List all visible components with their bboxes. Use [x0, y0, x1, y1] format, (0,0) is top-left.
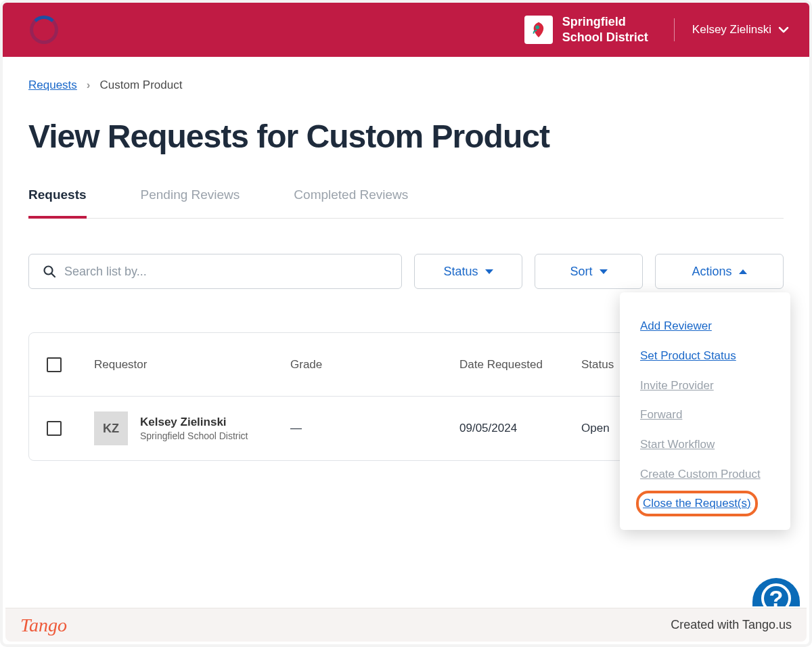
sort-button[interactable]: Sort — [535, 254, 643, 289]
action-start-workflow: Start Workflow — [620, 430, 790, 460]
select-all-checkbox[interactable] — [47, 357, 62, 372]
caret-down-icon — [485, 269, 493, 274]
list-controls: Status Sort Actions — [28, 254, 784, 289]
annotation-highlight: Close the Request(s) — [636, 491, 758, 516]
action-forward: Forward — [620, 400, 790, 430]
action-add-reviewer[interactable]: Add Reviewer — [620, 311, 790, 341]
tabs: Requests Pending Reviews Completed Revie… — [28, 187, 784, 219]
page-title: View Requests for Custom Product — [28, 118, 784, 155]
col-grade: Grade — [290, 358, 459, 372]
tab-requests[interactable]: Requests — [28, 187, 87, 219]
avatar: KZ — [94, 411, 128, 445]
caret-up-icon — [739, 269, 747, 274]
help-fab[interactable]: ? — [752, 578, 800, 606]
footer-credit: Created with Tango.us — [671, 618, 792, 632]
user-name: Kelsey Zielinski — [692, 23, 771, 37]
loading-spinner-icon — [30, 16, 58, 44]
search-icon — [43, 265, 56, 278]
status-filter-button[interactable]: Status — [414, 254, 522, 289]
svg-point-0 — [535, 25, 539, 29]
breadcrumb: Requests › Custom Product — [28, 79, 784, 92]
org-logo-icon — [524, 16, 553, 44]
date-requested-cell: 09/05/2024 — [459, 422, 581, 435]
chevron-down-icon — [778, 24, 789, 35]
search-box[interactable] — [28, 254, 402, 289]
breadcrumb-root-link[interactable]: Requests — [28, 79, 77, 92]
caret-down-icon — [600, 269, 608, 274]
grade-cell: — — [290, 422, 459, 435]
tab-pending-reviews[interactable]: Pending Reviews — [141, 187, 240, 219]
svg-line-2 — [52, 274, 55, 277]
col-date-requested: Date Requested — [459, 358, 581, 372]
action-close-requests[interactable]: Close the Request(s) — [643, 495, 751, 512]
tango-logo: Tango — [20, 615, 67, 636]
organization-display: Springfield School District — [524, 14, 648, 46]
action-invite-provider: Invite Provider — [620, 371, 790, 401]
action-create-custom-product: Create Custom Product — [620, 460, 790, 489]
search-input[interactable] — [64, 265, 388, 279]
top-bar: Springfield School District Kelsey Zieli… — [3, 3, 809, 57]
requestor-name: Kelsey Zielinski — [140, 416, 248, 429]
actions-label: Actions — [692, 265, 731, 279]
tab-completed-reviews[interactable]: Completed Reviews — [294, 187, 408, 219]
col-requestor: Requestor — [94, 358, 290, 372]
action-set-product-status[interactable]: Set Product Status — [620, 341, 790, 371]
org-name-line1: Springfield — [562, 14, 648, 30]
sort-label: Sort — [570, 265, 592, 279]
help-icon: ? — [761, 583, 791, 606]
requestor-org: Springfield School District — [140, 430, 248, 441]
user-menu[interactable]: Kelsey Zielinski — [692, 23, 789, 37]
chevron-right-icon: › — [87, 79, 91, 92]
actions-dropdown: Add Reviewer Set Product Status Invite P… — [620, 292, 790, 530]
status-filter-label: Status — [443, 265, 478, 279]
divider — [674, 18, 675, 41]
row-checkbox[interactable] — [47, 421, 62, 436]
footer: Tango Created with Tango.us — [5, 608, 807, 642]
breadcrumb-current: Custom Product — [100, 79, 183, 92]
actions-button[interactable]: Actions — [655, 254, 784, 289]
org-name-line2: School District — [562, 30, 648, 45]
svg-point-1 — [45, 267, 53, 275]
